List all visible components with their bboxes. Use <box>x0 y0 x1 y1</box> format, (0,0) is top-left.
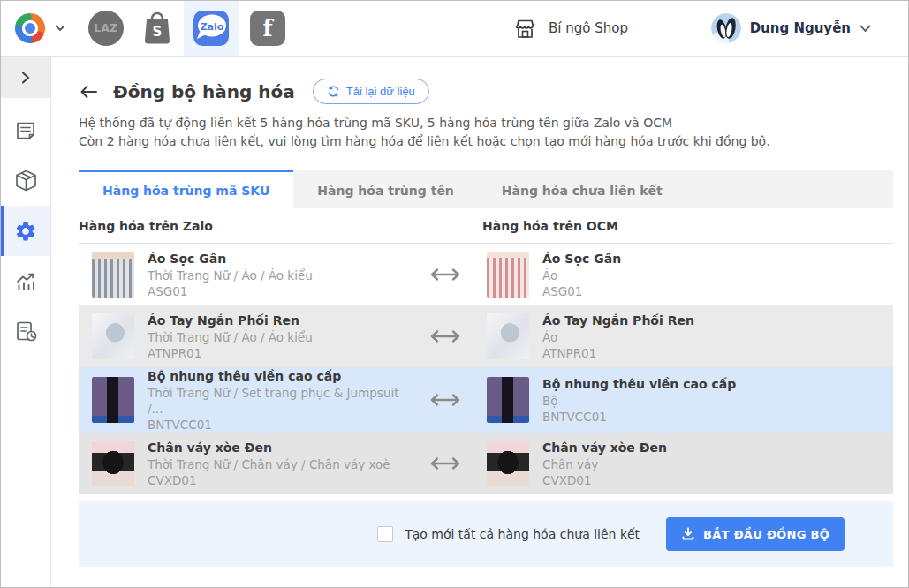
product-name: Bộ nhung thêu viền cao cấp <box>542 375 736 393</box>
sidebar-expand-button[interactable] <box>1 57 50 98</box>
product-category: Chân váy <box>542 456 667 472</box>
link-arrow-icon <box>428 456 463 471</box>
back-button[interactable] <box>79 84 98 100</box>
product-category: Bộ <box>542 393 736 409</box>
tab-unlinked[interactable]: Hàng hóa chưa liên kết <box>478 170 686 208</box>
product-image <box>92 441 134 486</box>
sidebar-item-products[interactable] <box>1 155 50 206</box>
product-category: Thời Trang Nữ / Set trang phục & Jumpsui… <box>148 385 407 417</box>
reload-data-button[interactable]: Tải lại dữ liệu <box>313 79 429 104</box>
product-name: Chân váy xòe Đen <box>148 439 390 456</box>
product-sku: BNTVCC01 <box>542 409 736 425</box>
product-category: Thời Trang Nữ / Áo / Áo kiểu <box>148 268 313 283</box>
storefront-icon <box>513 18 537 40</box>
channel-shopee-icon[interactable]: S <box>141 10 173 47</box>
topbar: LAZ S Zalo f Bí ngô Sh <box>1 1 908 57</box>
link-arrow-icon <box>428 268 463 282</box>
tab-matching-sku[interactable]: Hàng hóa trùng mã SKU <box>79 170 293 208</box>
user-avatar <box>711 13 741 43</box>
sidebar-item-analytics[interactable] <box>1 256 50 306</box>
products-package-icon <box>14 169 38 192</box>
refresh-icon <box>327 85 340 98</box>
zalo-product-cell: Áo Tay Ngắn Phối Ren Thời Trang Nữ / Áo … <box>79 312 407 361</box>
link-arrow-icon <box>428 393 463 407</box>
product-category: Áo <box>542 268 621 283</box>
product-link-table: Áo Sọc Gân Thời Trang Nữ / Áo / Áo kiểu … <box>79 244 893 494</box>
ocm-product-cell: Áo Tay Ngắn Phối Ren Áo ATNPR01 <box>482 312 893 361</box>
start-sync-button[interactable]: BẮT ĐẦU ĐỒNG BỘ <box>666 517 845 551</box>
tab-bar-filler <box>686 170 893 208</box>
product-sku: CVXD01 <box>542 472 667 488</box>
link-arrow-icon <box>428 329 463 343</box>
app-window: LAZ S Zalo f Bí ngô Sh <box>0 0 909 588</box>
table-header: Hàng hóa trên Zalo Hàng hóa trên OCM <box>79 208 893 244</box>
start-sync-button-label: BẮT ĐẦU ĐỒNG BỘ <box>703 528 829 541</box>
product-sku: CVXD01 <box>148 472 390 488</box>
product-sku: ASG01 <box>148 283 313 299</box>
channel-facebook-icon[interactable]: f <box>250 11 285 46</box>
ocm-product-cell: Áo Sọc Gân Áo ASG01 <box>482 250 893 299</box>
channel-lazada-icon[interactable]: LAZ <box>88 11 124 46</box>
product-image <box>92 252 134 298</box>
settings-gear-icon <box>14 220 37 243</box>
tab-matching-name[interactable]: Hàng hóa trùng tên <box>293 170 478 208</box>
description-line-1: Hệ thống đã tự động liên kết 5 hàng hóa … <box>79 114 893 132</box>
product-name: Áo Tay Ngắn Phối Ren <box>148 312 313 329</box>
product-category: Thời Trang Nữ / Áo / Áo kiểu <box>148 329 313 345</box>
ocm-product-cell: Chân váy xòe Đen Chân váy CVXD01 <box>482 439 893 488</box>
main-content: Đồng bộ hàng hóa Tải lại dữ liệu Hệ thốn… <box>51 57 908 588</box>
analytics-chart-icon <box>14 269 38 293</box>
product-link-row[interactable]: Chân váy xòe Đen Thời Trang Nữ / Chân vá… <box>79 433 893 494</box>
current-shop[interactable]: Bí ngô Shop <box>513 1 628 56</box>
product-category: Thời Trang Nữ / Chân váy / Chân váy xoè <box>148 456 390 472</box>
orders-document-icon <box>14 119 37 142</box>
product-image <box>92 377 134 423</box>
chevron-right-icon <box>20 71 31 85</box>
user-name: Dung Nguyễn <box>750 20 851 36</box>
arrow-left-icon <box>79 84 98 100</box>
product-link-row[interactable]: Áo Sọc Gân Thời Trang Nữ / Áo / Áo kiểu … <box>79 244 893 305</box>
reload-button-label: Tải lại dữ liệu <box>346 85 415 98</box>
product-sku: ATNPR01 <box>148 345 313 361</box>
zalo-product-cell: Bộ nhung thêu viền cao cấp Thời Trang Nữ… <box>79 367 407 433</box>
product-image <box>487 377 529 423</box>
create-all-checkbox[interactable] <box>377 526 393 542</box>
product-image <box>92 313 134 359</box>
channel-zalo-tab-active[interactable]: Zalo <box>184 1 239 56</box>
sidebar <box>1 57 51 588</box>
product-image <box>487 313 529 359</box>
description-line-2: Còn 2 hàng hóa chưa liên kết, vui lòng t… <box>79 132 893 151</box>
sync-footer: Tạo mới tất cả hàng hóa chưa liên kết BẮ… <box>79 501 893 567</box>
svg-text:S: S <box>153 24 163 40</box>
shop-name: Bí ngô Shop <box>549 20 628 36</box>
product-category: Áo <box>542 329 694 345</box>
sidebar-item-settings[interactable] <box>1 206 50 256</box>
logo-chevron-down-icon[interactable] <box>55 25 65 32</box>
zalo-product-cell: Chân váy xòe Đen Thời Trang Nữ / Chân vá… <box>79 439 407 488</box>
product-image <box>487 252 529 298</box>
zalo-icon: Zalo <box>192 9 231 48</box>
sidebar-item-orders[interactable] <box>1 105 50 155</box>
product-name: Bộ nhung thêu viền cao cấp <box>148 367 407 385</box>
app-logo-icon[interactable] <box>12 11 48 46</box>
zalo-product-cell: Áo Sọc Gân Thời Trang Nữ / Áo / Áo kiểu … <box>79 250 407 299</box>
product-sku: BNTVCC01 <box>148 417 407 433</box>
product-image <box>487 441 529 486</box>
sidebar-item-reports[interactable] <box>1 306 50 357</box>
download-sync-icon <box>681 527 695 541</box>
product-name: Chân váy xòe Đen <box>542 439 667 456</box>
create-all-checkbox-label: Tạo mới tất cả hàng hóa chưa liên kết <box>405 527 640 541</box>
column-header-ocm: Hàng hóa trên OCM <box>482 219 618 233</box>
user-menu[interactable]: Dung Nguyễn <box>711 1 871 56</box>
product-name: Áo Sọc Gân <box>148 250 313 268</box>
product-link-row-selected[interactable]: Bộ nhung thêu viền cao cấp Thời Trang Nữ… <box>79 367 893 433</box>
product-link-row[interactable]: Áo Tay Ngắn Phối Ren Thời Trang Nữ / Áo … <box>79 305 893 367</box>
product-name: Áo Sọc Gân <box>542 250 621 268</box>
product-name: Áo Tay Ngắn Phối Ren <box>542 312 694 329</box>
column-header-zalo: Hàng hóa trên Zalo <box>79 219 213 233</box>
product-sku: ATNPR01 <box>542 345 694 361</box>
user-chevron-down-icon <box>860 25 871 33</box>
sync-description: Hệ thống đã tự động liên kết 5 hàng hóa … <box>79 114 893 151</box>
page-title: Đồng bộ hàng hóa <box>113 81 295 102</box>
tab-bar: Hàng hóa trùng mã SKU Hàng hóa trùng tên… <box>79 170 893 208</box>
